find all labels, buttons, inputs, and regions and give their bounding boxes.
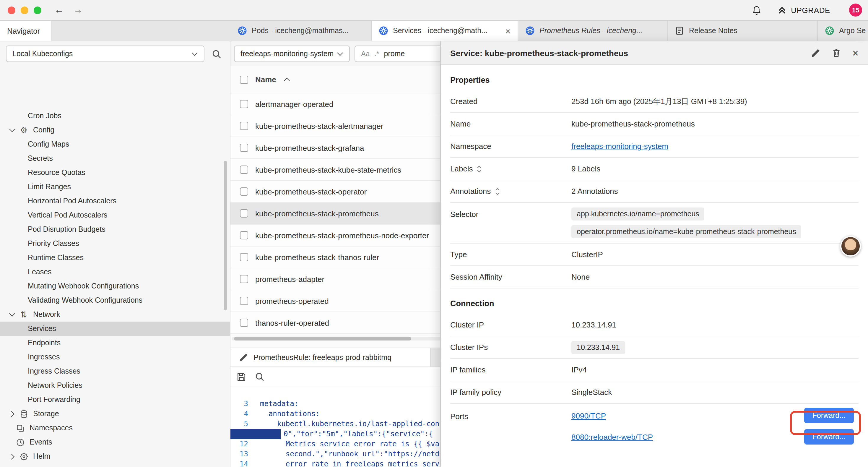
trash-icon[interactable] xyxy=(832,48,842,58)
save-icon[interactable] xyxy=(236,372,246,382)
regex-toggle[interactable]: .* xyxy=(374,50,379,58)
app-window: ← → UPGRADE 15 Navigator Pod xyxy=(0,0,868,467)
chevrons-up-down-icon[interactable] xyxy=(476,165,483,173)
sidebar-item-priority-classes[interactable]: Priority Classes xyxy=(0,236,230,251)
release-notes-icon xyxy=(675,26,684,35)
sidebar-item-runtime-classes[interactable]: Runtime Classes xyxy=(0,251,230,265)
sidebar-item-pod-disruption-budgets[interactable]: Pod Disruption Budgets xyxy=(0,222,230,236)
port-link-9090[interactable]: 9090/TCP xyxy=(571,411,606,420)
back-icon[interactable]: ← xyxy=(54,5,64,16)
namespace-link[interactable]: freeleaps-monitoring-system xyxy=(571,142,668,151)
sidebar-scrollbar[interactable] xyxy=(224,161,227,310)
chevrons-up-down-icon[interactable] xyxy=(494,187,500,195)
namespace-row: Namespace freeleaps-monitoring-system xyxy=(450,135,859,158)
sidebar-item-helm[interactable]: Helm xyxy=(0,449,230,463)
kubeconfig-select[interactable]: Local Kubeconfigs xyxy=(6,46,205,62)
storage-icon xyxy=(19,409,28,418)
panel-body: Properties Created 253d 16h 6m ago (2025… xyxy=(441,65,868,467)
sidebar-item-secrets[interactable]: Secrets xyxy=(0,151,230,166)
tab-release-notes[interactable]: Release Notes xyxy=(668,21,818,41)
sidebar-item-limit-ranges[interactable]: Limit Ranges xyxy=(0,180,230,194)
row-checkbox[interactable] xyxy=(240,166,248,174)
close-window-button[interactable] xyxy=(8,6,16,14)
row-checkbox[interactable] xyxy=(240,187,248,196)
tab-services[interactable]: Services - icecheng@math... × xyxy=(372,21,518,41)
navigator-panel-tab[interactable]: Navigator xyxy=(0,21,52,41)
row-checkbox[interactable] xyxy=(240,319,248,327)
sidebar-item-leases[interactable]: Leases xyxy=(0,265,230,279)
row-checkbox[interactable] xyxy=(240,275,248,283)
panel-title: Service: kube-prometheus-stack-prometheu… xyxy=(450,48,800,58)
sidebar-item-storage[interactable]: Storage xyxy=(0,407,230,421)
tab-prometheus-rules[interactable]: Prometheus Rules - icecheng... xyxy=(518,21,668,41)
row-checkbox[interactable] xyxy=(240,144,248,152)
sidebar-item-network-policies[interactable]: Network Policies xyxy=(0,378,230,392)
annotation-highlight xyxy=(790,411,861,435)
row-checkbox[interactable] xyxy=(240,253,248,261)
cluster-ip-row: Cluster IP 10.233.14.91 xyxy=(450,314,859,337)
port-link-8080[interactable]: 8080:reloader-web/TCP xyxy=(571,432,653,441)
cluster-ips-row: Cluster IPs 10.233.14.91 xyxy=(450,337,859,359)
tab-bar: Navigator Pods - icecheng@mathmas... Ser… xyxy=(0,21,868,41)
pencil-icon[interactable] xyxy=(811,48,821,58)
row-checkbox[interactable] xyxy=(240,231,248,239)
sort-asc-icon[interactable] xyxy=(283,76,290,83)
sidebar-item-config[interactable]: ⚙ Config xyxy=(0,123,230,137)
maximize-window-button[interactable] xyxy=(34,6,41,14)
name-row: Name kube-prometheus-stack-prometheus xyxy=(450,113,859,135)
sidebar-item-horizontal-pod-autoscalers[interactable]: Horizontal Pod Autoscalers xyxy=(0,194,230,208)
row-checkbox[interactable] xyxy=(240,122,248,130)
row-checkbox[interactable] xyxy=(240,209,248,217)
chevron-right-icon xyxy=(8,453,16,460)
select-all-checkbox[interactable] xyxy=(240,76,248,84)
tab-pods[interactable]: Pods - icecheng@mathmas... xyxy=(230,21,372,41)
row-checkbox[interactable] xyxy=(240,100,248,108)
close-icon[interactable]: × xyxy=(852,48,859,58)
tab-close-icon[interactable]: × xyxy=(502,26,510,35)
gear-icon: ⚙ xyxy=(19,125,28,135)
upgrade-icon xyxy=(777,5,787,15)
annotations-row: Annotations 2 Annotations xyxy=(450,180,859,203)
sidebar-item-access-control[interactable]: Access Control xyxy=(0,463,230,467)
match-case-toggle[interactable]: Aa xyxy=(361,50,370,58)
user-avatar[interactable] xyxy=(840,236,861,257)
bell-icon[interactable] xyxy=(751,5,761,15)
search-icon[interactable] xyxy=(212,49,222,59)
dock-tab-prometheusrule[interactable]: PrometheusRule: freeleaps-prod-rabbitmq xyxy=(230,348,431,367)
sidebar-item-mutating-webhook-configurations[interactable]: Mutating Webhook Configurations xyxy=(0,279,230,293)
sidebar-item-vertical-pod-autoscalers[interactable]: Vertical Pod Autoscalers xyxy=(0,208,230,222)
sidebar-item-events[interactable]: Events xyxy=(0,435,230,449)
selector-row: Selector app.kubernetes.io/name=promethe… xyxy=(450,203,859,243)
minimize-window-button[interactable] xyxy=(21,6,28,14)
sidebar-item-resource-quotas[interactable]: Resource Quotas xyxy=(0,166,230,180)
sidebar-item-cron-jobs[interactable]: Cron Jobs xyxy=(0,109,230,123)
kubernetes-icon xyxy=(825,26,834,35)
sidebar-item-config-maps[interactable]: Config Maps xyxy=(0,137,230,151)
sidebar-item-port-forwarding[interactable]: Port Forwarding xyxy=(0,392,230,407)
upgrade-button[interactable]: UPGRADE xyxy=(777,5,830,15)
forward-icon[interactable]: → xyxy=(73,5,83,16)
helm-icon xyxy=(19,451,28,461)
sidebar-item-ingress-classes[interactable]: Ingress Classes xyxy=(0,364,230,378)
namespace-select[interactable]: freeleaps-monitoring-system xyxy=(234,46,350,62)
sidebar-item-network[interactable]: ⇅ Network xyxy=(0,308,230,322)
sidebar-item-validating-webhook-configurations[interactable]: Validating Webhook Configurations xyxy=(0,293,230,308)
notification-count-badge[interactable]: 15 xyxy=(849,4,862,17)
sidebar-item-namespaces[interactable]: Namespaces xyxy=(0,421,230,435)
search-icon[interactable] xyxy=(255,372,265,382)
scrollbar-thumb[interactable] xyxy=(234,337,411,341)
sidebar-item-ingresses[interactable]: Ingresses xyxy=(0,350,230,364)
sidebar-item-services[interactable]: Services xyxy=(0,322,230,336)
selector-badge: app.kubernetes.io/name=prometheus xyxy=(571,207,705,221)
cluster-ip-badge: 10.233.14.91 xyxy=(571,341,625,354)
sidebar-item-endpoints[interactable]: Endpoints xyxy=(0,336,230,350)
chevron-down-icon xyxy=(8,311,16,318)
pencil-icon xyxy=(239,352,249,362)
chevron-down-icon xyxy=(191,50,198,57)
type-row: Type ClusterIP xyxy=(450,243,859,266)
chevron-right-icon xyxy=(8,410,16,417)
name-column-header[interactable]: Name xyxy=(255,75,276,84)
row-checkbox[interactable] xyxy=(240,297,248,305)
tab-argo[interactable]: Argo Se xyxy=(818,21,868,41)
kubernetes-icon xyxy=(238,26,247,35)
